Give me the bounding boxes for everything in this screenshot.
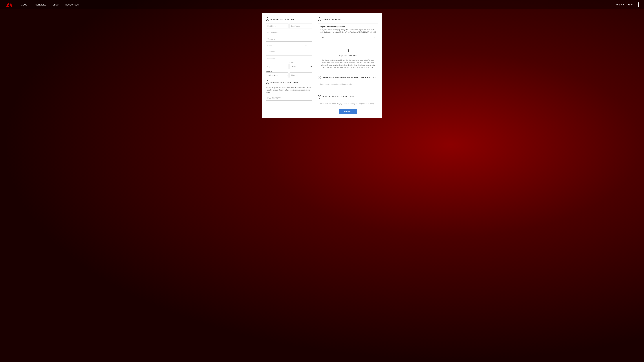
company-input[interactable] <box>266 36 312 41</box>
section2-number: 2 <box>266 80 269 84</box>
zip-input[interactable] <box>290 72 312 78</box>
first-name-input[interactable] <box>266 23 288 29</box>
nav-resources[interactable]: RESOURCES <box>65 3 79 6</box>
delivery-description: By default, quotes will reflect standard… <box>266 86 312 94</box>
upload-title: Upload part files <box>320 54 376 57</box>
svg-marker-1 <box>10 3 13 7</box>
phone-row <box>266 43 312 48</box>
zip-field <box>290 70 312 78</box>
name-row <box>266 23 312 29</box>
export-description: Is any data relating to this project sub… <box>320 29 376 33</box>
section4-title: WHAT ELSE SHOULD WE KNOW ABOUT YOUR PROJ… <box>322 76 378 78</box>
section5-header: 5 HOW DID YOU HEAR ABOUT US? <box>318 95 378 98</box>
city-field <box>266 64 288 69</box>
section3-number: 3 <box>318 17 321 21</box>
ext-field <box>303 43 312 48</box>
submit-button[interactable]: SUBMIT <box>339 109 358 114</box>
section5: 5 HOW DID YOU HEAR ABOUT US? <box>318 95 378 106</box>
section1-number: 1 <box>266 17 269 21</box>
upload-card[interactable]: ⬆ Upload part files For fastest quoting,… <box>318 44 378 73</box>
notes-textarea[interactable] <box>318 82 378 92</box>
section5-number: 5 <box>318 95 321 98</box>
company-row <box>266 36 312 41</box>
state-label: STATE <box>290 62 312 63</box>
state-select[interactable]: State Alabama Alaska Arizona California … <box>290 64 312 69</box>
section3-header: 3 PROJECT DETAILS <box>318 17 378 21</box>
country-field: COUNTRY United States Canada Mexico Unit… <box>266 70 288 78</box>
export-card: Export Controlled Regulations Is any dat… <box>318 23 378 42</box>
section1-header: 1 CONTACT INFORMATION <box>266 17 312 21</box>
right-column: 3 PROJECT DETAILS Export Controlled Regu… <box>316 17 378 114</box>
section3: 3 PROJECT DETAILS Export Controlled Regu… <box>318 17 378 73</box>
logo[interactable] <box>5 1 14 8</box>
email-input[interactable] <box>266 30 312 35</box>
first-name-field <box>266 23 288 29</box>
section2-header: 2 REQUESTED DELIVERY DATE <box>266 80 312 84</box>
section4-number: 4 <box>318 76 321 79</box>
nav-links: ABOUT SERVICES BLOG RESOURCES <box>22 3 613 6</box>
upload-icon: ⬆ <box>320 48 376 53</box>
request-quote-button[interactable]: REQUEST A QUOTE <box>613 2 639 7</box>
export-title: Export Controlled Regulations <box>320 26 376 28</box>
section1-title: CONTACT INFORMATION <box>270 18 294 20</box>
export-select[interactable]: --- Yes No <box>320 35 376 40</box>
country-select[interactable]: United States Canada Mexico United Kingd… <box>266 72 288 78</box>
submit-container: SUBMIT <box>318 109 378 114</box>
city-state-row: STATE State Alabama Alaska Arizona Calif… <box>266 62 312 69</box>
phone-input[interactable] <box>266 43 302 48</box>
email-row <box>266 30 312 35</box>
upload-description: For fastest quoting, upload 3D part file… <box>320 59 376 69</box>
state-field: STATE State Alabama Alaska Arizona Calif… <box>290 62 312 69</box>
section2: 2 REQUESTED DELIVERY DATE By default, qu… <box>266 80 312 100</box>
section4-header: 4 WHAT ELSE SHOULD WE KNOW ABOUT YOUR PR… <box>318 76 378 79</box>
last-name-input[interactable] <box>290 23 312 29</box>
quote-form: 1 CONTACT INFORMATION <box>262 13 382 118</box>
country-label: COUNTRY <box>266 70 288 72</box>
city-input[interactable] <box>266 64 288 69</box>
section3-title: PROJECT DETAILS <box>322 18 341 20</box>
last-name-field <box>290 23 312 29</box>
nav-about[interactable]: ABOUT <box>22 3 29 6</box>
date-input[interactable] <box>266 95 312 100</box>
phone-field <box>266 43 302 48</box>
nav-blog[interactable]: BLOG <box>53 3 59 6</box>
address2-row <box>266 55 312 61</box>
ext-input[interactable] <box>303 43 312 48</box>
section4: 4 WHAT ELSE SHOULD WE KNOW ABOUT YOUR PR… <box>318 76 378 93</box>
hear-input[interactable] <box>318 101 378 106</box>
left-column: 1 CONTACT INFORMATION <box>266 17 316 114</box>
address2-input[interactable] <box>266 55 312 61</box>
section2-title: REQUESTED DELIVERY DATE <box>270 81 299 83</box>
address1-input[interactable] <box>266 49 312 54</box>
country-zip-row: COUNTRY United States Canada Mexico Unit… <box>266 70 312 78</box>
navbar: ABOUT SERVICES BLOG RESOURCES REQUEST A … <box>0 0 644 9</box>
address1-row <box>266 49 312 54</box>
nav-services[interactable]: SERVICES <box>36 3 46 6</box>
section5-title: HOW DID YOU HEAR ABOUT US? <box>322 96 354 98</box>
